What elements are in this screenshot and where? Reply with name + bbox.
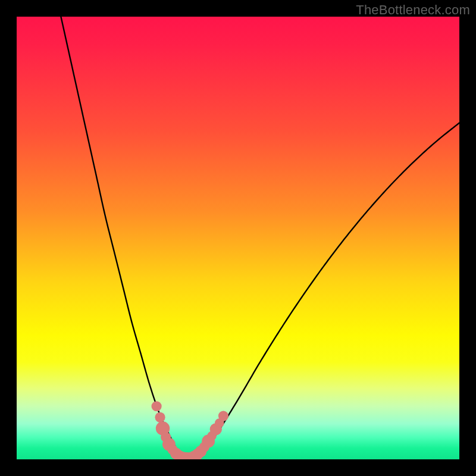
chart-frame: TheBottleneck.com — [0, 0, 476, 476]
data-marker — [156, 421, 170, 435]
data-marker — [188, 451, 200, 459]
data-marker — [215, 418, 224, 428]
data-marker — [162, 438, 176, 451]
data-marker — [155, 412, 165, 422]
data-marker — [167, 444, 177, 455]
data-marker — [184, 452, 196, 459]
data-marker — [202, 435, 215, 448]
bottleneck-curve — [17, 17, 459, 459]
data-marker — [210, 423, 222, 435]
data-marker — [192, 449, 203, 459]
data-marker — [174, 450, 186, 459]
watermark-text: TheBottleneck.com — [356, 2, 470, 18]
data-marker — [181, 452, 193, 459]
data-marker — [195, 446, 207, 458]
data-marker — [207, 431, 217, 441]
data-marker — [199, 442, 209, 452]
plot-area — [17, 17, 459, 459]
data-marker — [218, 411, 228, 421]
data-marker — [152, 401, 162, 411]
data-marker — [161, 432, 171, 442]
data-marker — [177, 452, 189, 459]
data-marker — [170, 448, 182, 459]
